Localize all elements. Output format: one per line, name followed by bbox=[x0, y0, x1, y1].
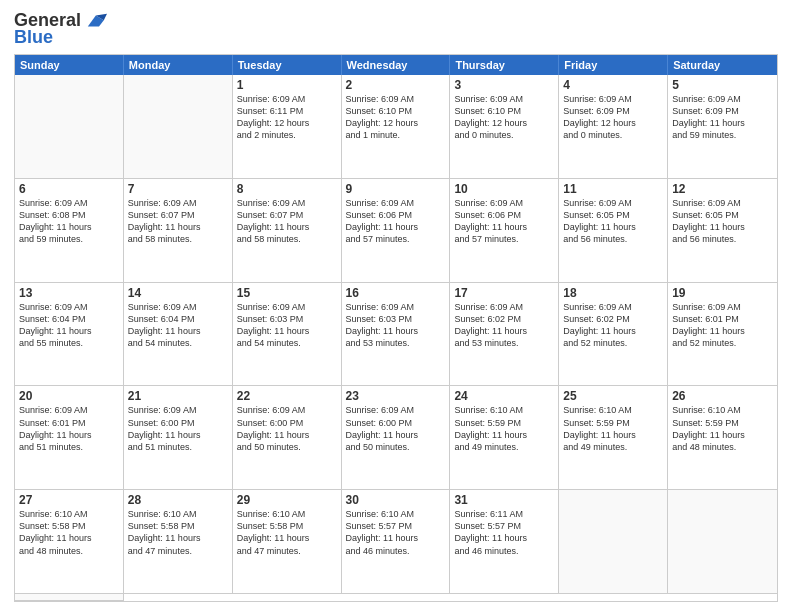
calendar-cell: 25Sunrise: 6:10 AM Sunset: 5:59 PM Dayli… bbox=[559, 386, 668, 490]
day-info: Sunrise: 6:09 AM Sunset: 6:06 PM Dayligh… bbox=[346, 197, 446, 246]
header: General Blue bbox=[14, 10, 778, 48]
day-info: Sunrise: 6:09 AM Sunset: 6:06 PM Dayligh… bbox=[454, 197, 554, 246]
day-number: 19 bbox=[672, 286, 773, 300]
calendar-grid: 1Sunrise: 6:09 AM Sunset: 6:11 PM Daylig… bbox=[15, 75, 777, 601]
day-number: 11 bbox=[563, 182, 663, 196]
day-number: 18 bbox=[563, 286, 663, 300]
day-info: Sunrise: 6:09 AM Sunset: 6:01 PM Dayligh… bbox=[672, 301, 773, 350]
day-number: 12 bbox=[672, 182, 773, 196]
day-number: 22 bbox=[237, 389, 337, 403]
day-info: Sunrise: 6:09 AM Sunset: 6:11 PM Dayligh… bbox=[237, 93, 337, 142]
calendar-cell: 13Sunrise: 6:09 AM Sunset: 6:04 PM Dayli… bbox=[15, 283, 124, 387]
calendar-day-header: Sunday bbox=[15, 55, 124, 75]
calendar-header: SundayMondayTuesdayWednesdayThursdayFrid… bbox=[15, 55, 777, 75]
calendar-cell bbox=[124, 75, 233, 179]
page-container: General Blue SundayMondayTuesdayWednesda… bbox=[0, 0, 792, 612]
calendar-cell: 31Sunrise: 6:11 AM Sunset: 5:57 PM Dayli… bbox=[450, 490, 559, 594]
calendar-cell: 24Sunrise: 6:10 AM Sunset: 5:59 PM Dayli… bbox=[450, 386, 559, 490]
day-info: Sunrise: 6:09 AM Sunset: 6:04 PM Dayligh… bbox=[128, 301, 228, 350]
day-number: 20 bbox=[19, 389, 119, 403]
day-number: 17 bbox=[454, 286, 554, 300]
day-number: 8 bbox=[237, 182, 337, 196]
day-number: 27 bbox=[19, 493, 119, 507]
calendar-cell: 28Sunrise: 6:10 AM Sunset: 5:58 PM Dayli… bbox=[124, 490, 233, 594]
day-number: 1 bbox=[237, 78, 337, 92]
day-info: Sunrise: 6:10 AM Sunset: 5:57 PM Dayligh… bbox=[346, 508, 446, 557]
day-info: Sunrise: 6:09 AM Sunset: 6:03 PM Dayligh… bbox=[346, 301, 446, 350]
day-number: 30 bbox=[346, 493, 446, 507]
calendar-day-header: Thursday bbox=[450, 55, 559, 75]
logo: General Blue bbox=[14, 10, 107, 48]
day-info: Sunrise: 6:09 AM Sunset: 6:03 PM Dayligh… bbox=[237, 301, 337, 350]
calendar-cell: 7Sunrise: 6:09 AM Sunset: 6:07 PM Daylig… bbox=[124, 179, 233, 283]
calendar-day-header: Tuesday bbox=[233, 55, 342, 75]
calendar-cell: 15Sunrise: 6:09 AM Sunset: 6:03 PM Dayli… bbox=[233, 283, 342, 387]
calendar-cell: 5Sunrise: 6:09 AM Sunset: 6:09 PM Daylig… bbox=[668, 75, 777, 179]
calendar-cell bbox=[559, 490, 668, 594]
calendar-cell: 10Sunrise: 6:09 AM Sunset: 6:06 PM Dayli… bbox=[450, 179, 559, 283]
calendar-cell: 16Sunrise: 6:09 AM Sunset: 6:03 PM Dayli… bbox=[342, 283, 451, 387]
day-info: Sunrise: 6:10 AM Sunset: 5:58 PM Dayligh… bbox=[237, 508, 337, 557]
calendar-cell: 22Sunrise: 6:09 AM Sunset: 6:00 PM Dayli… bbox=[233, 386, 342, 490]
day-number: 29 bbox=[237, 493, 337, 507]
calendar-cell: 17Sunrise: 6:09 AM Sunset: 6:02 PM Dayli… bbox=[450, 283, 559, 387]
day-info: Sunrise: 6:09 AM Sunset: 6:00 PM Dayligh… bbox=[128, 404, 228, 453]
calendar-cell: 23Sunrise: 6:09 AM Sunset: 6:00 PM Dayli… bbox=[342, 386, 451, 490]
calendar-cell: 29Sunrise: 6:10 AM Sunset: 5:58 PM Dayli… bbox=[233, 490, 342, 594]
logo-bird-icon bbox=[83, 12, 107, 30]
calendar-cell: 8Sunrise: 6:09 AM Sunset: 6:07 PM Daylig… bbox=[233, 179, 342, 283]
day-info: Sunrise: 6:10 AM Sunset: 5:59 PM Dayligh… bbox=[563, 404, 663, 453]
day-number: 15 bbox=[237, 286, 337, 300]
calendar-day-header: Saturday bbox=[668, 55, 777, 75]
calendar-day-header: Monday bbox=[124, 55, 233, 75]
day-number: 10 bbox=[454, 182, 554, 196]
day-info: Sunrise: 6:09 AM Sunset: 6:10 PM Dayligh… bbox=[454, 93, 554, 142]
day-info: Sunrise: 6:09 AM Sunset: 6:02 PM Dayligh… bbox=[563, 301, 663, 350]
calendar-cell: 27Sunrise: 6:10 AM Sunset: 5:58 PM Dayli… bbox=[15, 490, 124, 594]
day-info: Sunrise: 6:09 AM Sunset: 6:00 PM Dayligh… bbox=[346, 404, 446, 453]
day-number: 21 bbox=[128, 389, 228, 403]
day-info: Sunrise: 6:09 AM Sunset: 6:09 PM Dayligh… bbox=[563, 93, 663, 142]
calendar-cell: 11Sunrise: 6:09 AM Sunset: 6:05 PM Dayli… bbox=[559, 179, 668, 283]
day-number: 2 bbox=[346, 78, 446, 92]
day-number: 23 bbox=[346, 389, 446, 403]
calendar-cell: 26Sunrise: 6:10 AM Sunset: 5:59 PM Dayli… bbox=[668, 386, 777, 490]
logo-blue: Blue bbox=[14, 27, 53, 48]
day-number: 13 bbox=[19, 286, 119, 300]
day-info: Sunrise: 6:10 AM Sunset: 5:58 PM Dayligh… bbox=[128, 508, 228, 557]
day-number: 26 bbox=[672, 389, 773, 403]
day-number: 3 bbox=[454, 78, 554, 92]
day-info: Sunrise: 6:09 AM Sunset: 6:08 PM Dayligh… bbox=[19, 197, 119, 246]
day-info: Sunrise: 6:10 AM Sunset: 5:59 PM Dayligh… bbox=[454, 404, 554, 453]
calendar-cell: 9Sunrise: 6:09 AM Sunset: 6:06 PM Daylig… bbox=[342, 179, 451, 283]
calendar-cell: 2Sunrise: 6:09 AM Sunset: 6:10 PM Daylig… bbox=[342, 75, 451, 179]
calendar-cell: 14Sunrise: 6:09 AM Sunset: 6:04 PM Dayli… bbox=[124, 283, 233, 387]
calendar-cell: 30Sunrise: 6:10 AM Sunset: 5:57 PM Dayli… bbox=[342, 490, 451, 594]
day-info: Sunrise: 6:09 AM Sunset: 6:05 PM Dayligh… bbox=[563, 197, 663, 246]
day-number: 31 bbox=[454, 493, 554, 507]
day-number: 24 bbox=[454, 389, 554, 403]
day-info: Sunrise: 6:09 AM Sunset: 6:07 PM Dayligh… bbox=[128, 197, 228, 246]
day-info: Sunrise: 6:11 AM Sunset: 5:57 PM Dayligh… bbox=[454, 508, 554, 557]
day-info: Sunrise: 6:09 AM Sunset: 6:02 PM Dayligh… bbox=[454, 301, 554, 350]
day-info: Sunrise: 6:09 AM Sunset: 6:10 PM Dayligh… bbox=[346, 93, 446, 142]
calendar-cell: 4Sunrise: 6:09 AM Sunset: 6:09 PM Daylig… bbox=[559, 75, 668, 179]
calendar-cell bbox=[668, 490, 777, 594]
calendar-cell: 12Sunrise: 6:09 AM Sunset: 6:05 PM Dayli… bbox=[668, 179, 777, 283]
day-info: Sunrise: 6:09 AM Sunset: 6:05 PM Dayligh… bbox=[672, 197, 773, 246]
calendar-cell: 18Sunrise: 6:09 AM Sunset: 6:02 PM Dayli… bbox=[559, 283, 668, 387]
day-number: 6 bbox=[19, 182, 119, 196]
day-number: 25 bbox=[563, 389, 663, 403]
calendar-cell bbox=[15, 75, 124, 179]
calendar-cell: 19Sunrise: 6:09 AM Sunset: 6:01 PM Dayli… bbox=[668, 283, 777, 387]
day-info: Sunrise: 6:09 AM Sunset: 6:01 PM Dayligh… bbox=[19, 404, 119, 453]
calendar: SundayMondayTuesdayWednesdayThursdayFrid… bbox=[14, 54, 778, 602]
day-number: 9 bbox=[346, 182, 446, 196]
calendar-cell: 6Sunrise: 6:09 AM Sunset: 6:08 PM Daylig… bbox=[15, 179, 124, 283]
day-number: 28 bbox=[128, 493, 228, 507]
day-number: 7 bbox=[128, 182, 228, 196]
day-number: 4 bbox=[563, 78, 663, 92]
day-info: Sunrise: 6:10 AM Sunset: 5:58 PM Dayligh… bbox=[19, 508, 119, 557]
day-number: 16 bbox=[346, 286, 446, 300]
day-info: Sunrise: 6:09 AM Sunset: 6:00 PM Dayligh… bbox=[237, 404, 337, 453]
